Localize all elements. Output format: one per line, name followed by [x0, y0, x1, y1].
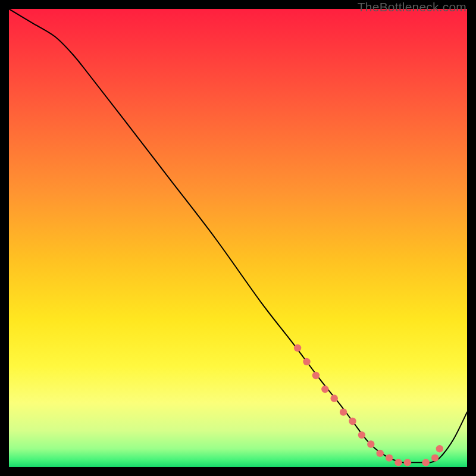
marker-dot: [436, 445, 443, 452]
marker-dot: [394, 459, 402, 466]
marker-dot: [386, 454, 393, 461]
marker-dot: [321, 386, 328, 393]
marker-dot: [331, 394, 338, 402]
gradient-rect: [9, 9, 467, 467]
marker-dot: [312, 372, 320, 379]
marker-dot: [377, 450, 384, 457]
marker-dot: [358, 431, 365, 439]
marker-dot: [340, 408, 347, 415]
bottleneck-chart: [9, 9, 467, 467]
watermark-text: TheBottleneck.com: [358, 0, 466, 14]
marker-dot: [367, 440, 374, 447]
marker-dot: [404, 459, 411, 466]
marker-dot: [303, 358, 310, 365]
chart-stage: TheBottleneck.com: [0, 0, 476, 476]
marker-dot: [431, 454, 439, 461]
marker-dot: [422, 459, 430, 466]
marker-dot: [294, 345, 301, 352]
marker-dot: [349, 418, 356, 425]
